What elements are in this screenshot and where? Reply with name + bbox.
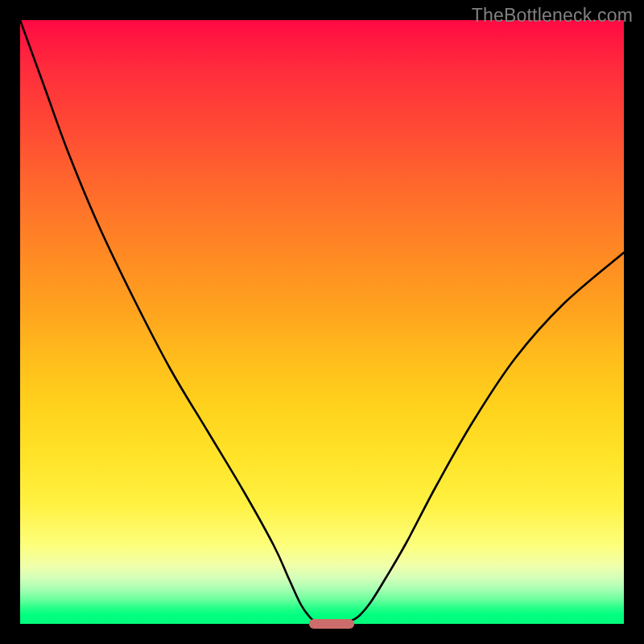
- curve-right-branch: [349, 253, 624, 621]
- optimum-indicator: [309, 619, 354, 629]
- chart-stage: TheBottleneck.com: [0, 0, 644, 644]
- chart-overlay-svg: [20, 20, 624, 624]
- watermark-text: TheBottleneck.com: [472, 5, 633, 27]
- curve-left-branch: [20, 20, 315, 621]
